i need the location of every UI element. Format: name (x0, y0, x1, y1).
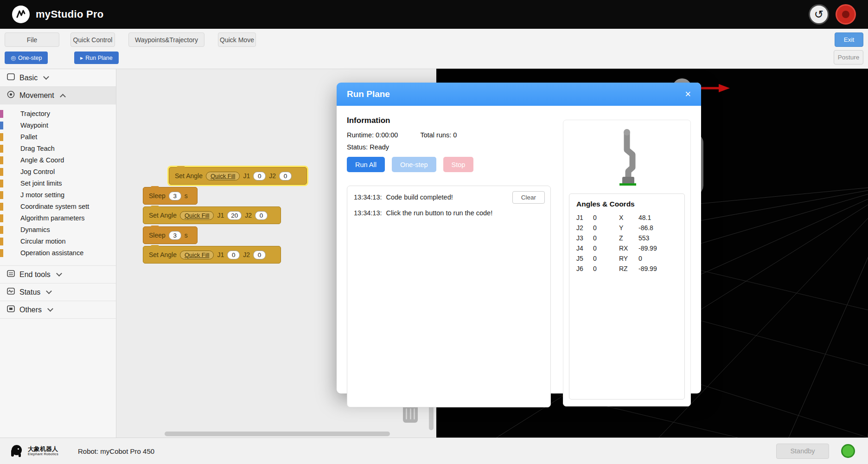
robot-state-panel: Angles & Coords J10X48.1 J20Y-86.8 J30Z5… (563, 120, 691, 406)
stop-button[interactable]: Stop (443, 157, 474, 172)
coord-label: RX (619, 245, 638, 252)
sidebar-item-pallet[interactable]: Pallet (0, 131, 116, 143)
sidebar-item-circular-motion[interactable]: Circular motion (0, 236, 116, 247)
set-angle-block[interactable]: Set Angle Quick Fill J1 0 J2 0 (169, 167, 307, 185)
angles-coords-heading: Angles & Coords (576, 200, 677, 208)
category-status-label: Status (19, 288, 40, 296)
j2-value-field[interactable]: 0 (253, 251, 266, 259)
coord-value: 0 (638, 255, 677, 262)
file-button[interactable]: File (5, 32, 59, 47)
quick-control-button[interactable]: Quick Control (70, 32, 115, 47)
sidebar-item-dynamics[interactable]: Dynamics (0, 224, 116, 236)
run-all-button[interactable]: Run All (347, 157, 385, 172)
quick-fill-button[interactable]: Quick Fill (206, 172, 240, 180)
quick-fill-button[interactable]: Quick Fill (180, 211, 214, 220)
posture-button[interactable]: Posture (834, 50, 863, 64)
dialog-header[interactable]: Run Plane × (337, 83, 701, 106)
sidebar-item-jog-control[interactable]: Jog Control (0, 166, 116, 178)
run-plane-dialog: Run Plane × Information Runtime: 0:00:00… (337, 83, 701, 393)
elephant-brand-icon[interactable] (836, 4, 856, 25)
j2-value-field[interactable]: 0 (279, 172, 292, 180)
j2-label: J2 (269, 172, 276, 180)
sidebar-item-set-joint-limits[interactable]: Set joint limits (0, 178, 116, 189)
connection-status-indicator (841, 444, 855, 458)
sidebar-item-angle-coord[interactable]: Angle & Coord (0, 155, 116, 166)
color-strip (0, 180, 3, 187)
category-others[interactable]: Others (0, 301, 116, 319)
sidebar-item-operation-assistance[interactable]: Operation assistance (0, 247, 116, 259)
coord-label: RZ (619, 265, 638, 272)
j2-value-field[interactable]: 0 (255, 211, 268, 220)
category-movement-label: Movement (19, 91, 54, 100)
sidebar-item-drag-teach[interactable]: Drag Teach (0, 143, 116, 155)
joint-label: J6 (576, 265, 593, 272)
run-plane-label: Run Plane (85, 55, 112, 61)
sidebar-item-trajectory[interactable]: Trajectory (0, 108, 116, 120)
block-label: Set Angle (149, 212, 177, 219)
category-end-tools[interactable]: End tools (0, 266, 116, 284)
close-icon[interactable]: × (685, 89, 691, 99)
category-basic[interactable]: Basic (0, 69, 116, 87)
item-label: Drag Teach (20, 145, 55, 152)
sidebar-item-coordinate-system[interactable]: Coordinate system sett (0, 201, 116, 213)
item-label: Waypoint (20, 122, 48, 129)
category-others-label: Others (19, 306, 42, 314)
category-movement[interactable]: Movement (0, 87, 116, 104)
runtime-row: Runtime: 0:00:00 Total runs: 0 (347, 131, 457, 139)
item-label: Angle & Coord (20, 156, 64, 164)
dialog-body: Information Runtime: 0:00:00 Total runs:… (337, 106, 701, 393)
brand-name-cn: 大象机器人 (28, 446, 58, 452)
set-angle-block[interactable]: Set Angle Quick Fill J1 20 J2 0 (143, 206, 281, 224)
horizontal-scrollbar[interactable] (165, 432, 390, 436)
run-buttons-row: Run All One-step Stop (347, 157, 473, 172)
mystudio-logo-icon (12, 6, 30, 23)
coord-value: 48.1 (638, 214, 677, 221)
j1-value-field[interactable]: 20 (227, 211, 242, 220)
chevron-down-icon (56, 271, 62, 277)
log-message: Click the run button to run the code! (386, 209, 492, 217)
chevron-down-icon (43, 74, 49, 80)
quick-move-button[interactable]: Quick Move (218, 32, 256, 47)
run-plane-toolbar-button[interactable]: ▸ Run Plane (74, 52, 119, 64)
category-status[interactable]: Status (0, 284, 116, 301)
waypoints-trajectory-button[interactable]: Waypoints&Trajectory (128, 32, 204, 47)
one-step-label: One-step (18, 55, 42, 61)
undo-icon[interactable]: ↺ (809, 4, 829, 25)
quick-fill-button[interactable]: Quick Fill (180, 251, 214, 259)
joint-label: J5 (576, 255, 593, 262)
robot-thumbnail (606, 127, 648, 188)
chevron-down-icon (46, 288, 52, 294)
joint-value: 0 (593, 214, 619, 221)
one-step-icon: ◎ (11, 54, 16, 61)
sidebar-item-j-motor-setting[interactable]: J motor setting (0, 189, 116, 201)
movement-items: Trajectory Waypoint Pallet Drag Teach An… (0, 104, 116, 266)
joint-value: 0 (593, 245, 619, 252)
color-strip (0, 238, 3, 245)
item-label: Pallet (20, 133, 37, 141)
coord-label: Y (619, 224, 638, 232)
color-strip (0, 203, 3, 211)
information-heading: Information (347, 116, 390, 125)
one-step-button[interactable]: One-step (392, 157, 436, 172)
joint-label: J1 (576, 214, 593, 221)
one-step-toolbar-button[interactable]: ◎ One-step (5, 52, 48, 64)
trash-body (403, 406, 418, 423)
joint-value: 0 (593, 265, 619, 272)
joint-label: J4 (576, 245, 593, 252)
sleep-block[interactable]: Sleep 3 s (143, 226, 198, 244)
clear-button[interactable]: Clear (512, 191, 545, 204)
coord-label: Z (619, 234, 638, 242)
sleep-value-field[interactable]: 3 (169, 192, 181, 200)
standby-button[interactable]: Standby (776, 444, 829, 459)
j1-label: J1 (217, 212, 224, 219)
coord-label: X (619, 214, 638, 221)
j1-value-field[interactable]: 0 (227, 251, 240, 259)
sidebar-item-waypoint[interactable]: Waypoint (0, 120, 116, 131)
brand-text: 大象机器人 Elephant Robotics (28, 446, 58, 457)
sleep-value-field[interactable]: 3 (169, 231, 181, 240)
set-angle-block[interactable]: Set Angle Quick Fill J1 0 J2 0 (143, 246, 281, 264)
j1-value-field[interactable]: 0 (253, 172, 266, 180)
sidebar-item-algorithm-parameters[interactable]: Algorithm parameters (0, 213, 116, 224)
exit-button[interactable]: Exit (835, 32, 863, 47)
sleep-block[interactable]: Sleep 3 s (143, 187, 198, 205)
